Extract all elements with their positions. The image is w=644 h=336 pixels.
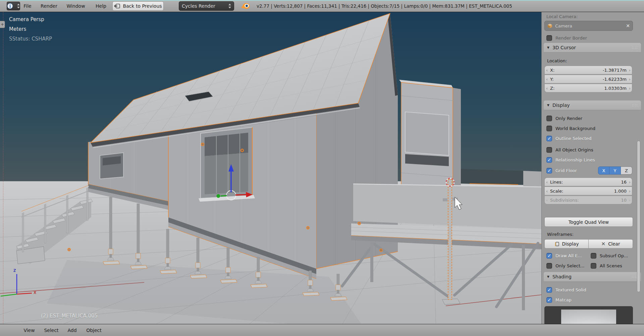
panel-grip-icon[interactable] — [632, 46, 638, 49]
panel-header-shading[interactable]: Shading — [544, 272, 641, 282]
close-icon[interactable]: ✕ — [626, 23, 630, 28]
checkbox-relationship-lines[interactable]: Relationship Lines — [546, 156, 595, 163]
menu-window[interactable]: Window — [63, 0, 89, 12]
region-expand-tab[interactable] — [0, 21, 5, 28]
grid-axis-x[interactable]: X — [598, 166, 609, 175]
blender-logo-icon — [240, 2, 250, 10]
cursor-x-field[interactable]: X: -1.38717m — [544, 66, 632, 74]
local-camera-label: Local Camera: — [546, 14, 578, 19]
render-border-checkbox[interactable]: Render Border — [546, 34, 587, 42]
menu-object[interactable]: Object — [84, 324, 104, 336]
menu-file[interactable]: File — [20, 0, 35, 12]
menu-render[interactable]: Render — [38, 0, 60, 12]
viewport-view-label: Camera Persp — [9, 16, 44, 22]
back-arrow-icon — [114, 3, 120, 9]
grid-axis-y[interactable]: Y — [609, 166, 621, 175]
active-object-label: (2) EST_METALICA.005 — [41, 313, 98, 319]
wireframe-display-button[interactable]: Display — [544, 239, 589, 249]
cursor-y-field[interactable]: Y: -1.62233m — [544, 75, 632, 83]
panel-grip-icon[interactable] — [632, 104, 638, 107]
checkbox-world-background[interactable]: World Background — [546, 125, 595, 132]
editor-type-selector[interactable]: i — [7, 2, 20, 10]
render-engine-select[interactable]: Cycles Render — [179, 1, 234, 11]
axis-z-label: z — [13, 267, 16, 273]
menu-select[interactable]: Select — [42, 324, 60, 336]
front-window — [199, 127, 255, 202]
info-header: i File Render Window Help Back to Previo… — [0, 0, 644, 12]
object-data-icon — [547, 23, 552, 28]
menu-view[interactable]: View — [21, 324, 37, 336]
sidebar-scrollbar[interactable] — [637, 141, 640, 292]
toggle-quad-view-button[interactable]: Toggle Quad View — [544, 217, 633, 227]
wireframe-clear-button[interactable]: ✕ Clear — [589, 239, 633, 249]
second-structure[interactable] — [399, 80, 461, 191]
viewport-status-label: SStatus: CSHARP — [9, 36, 52, 42]
panel-header-display[interactable]: Display — [544, 100, 641, 110]
back-to-previous-button[interactable]: Back to Previous — [112, 1, 164, 11]
grid-subdivisions-field[interactable]: Subdivisions: 10 — [544, 196, 632, 204]
viewport-header: View Select Add Object Object Mode — [0, 324, 644, 336]
checkbox-textured-solid[interactable]: Textured Solid — [546, 286, 586, 293]
grid-lines-field[interactable]: Lines: 16 — [544, 178, 632, 186]
checkbox-matcap[interactable]: Matcap — [546, 296, 572, 304]
grid-axis-toggle[interactable]: X Y Z — [598, 166, 632, 175]
grid-axis-z[interactable]: Z — [621, 166, 632, 175]
checkbox-only-selected[interactable]: Only Select... — [546, 262, 584, 269]
scene-stats: v2.77 | Verts:12,807 | Faces:11,341 | Tr… — [257, 0, 512, 12]
checkbox-all-scenes[interactable]: All Scenes — [591, 262, 622, 269]
panel-header-3d-cursor[interactable]: 3D Cursor — [544, 43, 641, 53]
checkbox-draw-all-edges[interactable]: Draw All E... — [546, 252, 582, 259]
selector-arrows-icon — [228, 4, 231, 8]
properties-region[interactable]: Local Camera: Camera ✕ Render Border 3D … — [541, 12, 644, 336]
grid-scale-field[interactable]: Scale: 1.000 — [544, 187, 632, 195]
viewport-3d[interactable]: Camera Persp Meters SStatus: CSHARP (2) … — [0, 12, 541, 336]
freestyle-icon — [554, 242, 559, 247]
selector-arrows-icon — [17, 4, 20, 8]
render-engine-value: Cycles Render — [182, 3, 215, 9]
checkbox-only-render[interactable]: Only Render — [546, 115, 582, 122]
checkbox-outline-selected[interactable]: Outline Selected — [546, 135, 592, 142]
camera-field-value: Camera — [555, 23, 572, 28]
checkbox-subsurf-optimal[interactable]: Subsurf Op... — [591, 252, 628, 259]
menu-help[interactable]: Help — [93, 0, 109, 12]
axis-x-label: x — [34, 289, 36, 295]
wireframes-label: Wireframes: — [547, 232, 574, 237]
info-editor-icon: i — [7, 3, 13, 9]
checkbox-icon — [546, 35, 552, 41]
camera-field[interactable]: Camera ✕ — [544, 21, 633, 31]
location-label: Location: — [547, 58, 567, 63]
menu-add[interactable]: Add — [65, 324, 79, 336]
region-border-dashed — [3, 12, 3, 336]
clear-x-icon: ✕ — [601, 241, 606, 247]
viewport-units-label: Meters — [9, 26, 26, 32]
svg-text:i: i — [9, 4, 11, 9]
checkbox-all-object-origins[interactable]: All Object Origins — [546, 146, 593, 153]
back-to-previous-label: Back to Previous — [123, 3, 162, 9]
cursor-z-field[interactable]: Z: 1.03303m — [544, 84, 632, 92]
checkbox-grid-floor[interactable]: Grid Floor — [546, 167, 577, 174]
